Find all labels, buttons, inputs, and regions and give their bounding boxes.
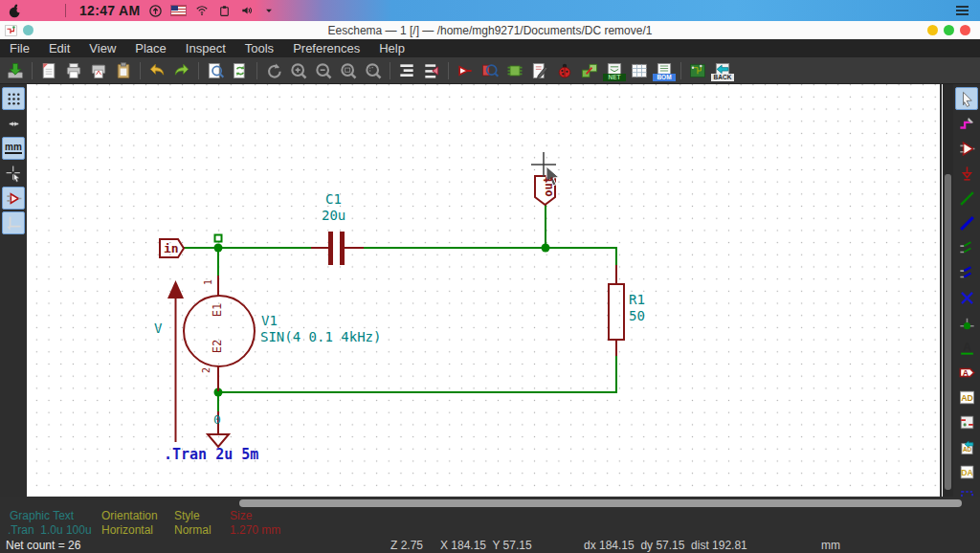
undo-button[interactable] [145,59,169,82]
net-label-out[interactable]: out [543,176,554,197]
graphic-text-tool-button[interactable] [955,460,978,483]
place-wire-tool-button[interactable] [955,187,978,210]
menu-view[interactable]: View [79,41,125,55]
redo-button[interactable] [169,59,194,82]
resistor-body [609,284,624,340]
leave-sheet-button[interactable] [419,59,444,82]
zoom-out-button[interactable] [311,59,336,82]
junction-tool-button[interactable] [955,311,978,334]
resistor-reference[interactable]: R1 [629,293,645,306]
schematic-canvas[interactable]: in out C1 20u V1 SIN(4 0.1 4kHz) E1 E2 1… [27,84,943,497]
horizontal-scrollbar-thumb[interactable] [239,499,962,507]
back-annotate-button[interactable]: BACK [710,59,735,82]
place-symbol-tool-button[interactable] [955,137,978,160]
source-value[interactable]: SIN(4 0.1 4kHz) [260,330,381,343]
menu-help[interactable]: Help [369,41,414,55]
hamburger-menu-icon[interactable] [956,6,969,15]
no-connect-tool-button[interactable] [955,286,978,309]
global-label-tool-button[interactable] [955,361,978,384]
zoom-fit-button[interactable] [336,59,361,82]
erc-button[interactable] [552,59,577,82]
vertical-scrollbar[interactable] [943,84,953,497]
run-pcbnew-button[interactable] [685,59,710,82]
net-label-in[interactable]: in [164,242,179,254]
plot-button[interactable] [86,59,111,82]
style-value: Normal [174,523,212,537]
import-sheet-pin-tool-button[interactable] [955,435,978,458]
footprint-browser-button[interactable] [478,59,502,82]
net-label-tool-button[interactable] [955,336,978,359]
eeschema-window: 12:47 AM Eeschema — 1 [/] — /home/mgh927… [0,0,980,553]
apple-menu-icon[interactable] [7,3,23,19]
capacitor-plates[interactable] [167,232,345,299]
redraw-button[interactable] [261,59,286,82]
zoom-selection-button[interactable] [361,59,386,82]
net-count: Net count = 26 [6,539,80,552]
select-tool-button[interactable] [955,87,978,110]
menu-preferences[interactable]: Preferences [283,41,369,55]
source-body-e1: E1 [212,303,223,317]
bus-to-bus-entry-tool-button[interactable] [955,261,978,284]
clock[interactable]: 12:47 AM [79,3,140,18]
find-button[interactable] [203,59,228,82]
menu-edit[interactable]: Edit [39,41,79,55]
volume-icon[interactable] [239,4,255,17]
input-source-icon[interactable] [148,4,163,18]
place-bus-tool-button[interactable] [955,211,978,234]
minimize-button[interactable] [927,25,938,35]
paste-button[interactable] [111,59,136,82]
component-graphics[interactable] [160,176,624,447]
keyboard-layout-flag-icon[interactable] [171,6,186,15]
orientation-label: Orientation [101,509,158,522]
menu-bar: File Edit View Place Inspect Tools Prefe… [0,39,980,57]
generate-bom-button[interactable]: BOM [652,59,677,82]
left-toolbar: mm [0,84,27,497]
menu-inspect[interactable]: Inspect [176,41,235,55]
clipboard-icon[interactable] [218,4,231,18]
units-mm-button[interactable]: mm [2,137,25,160]
navigate-forward-button[interactable] [453,59,478,82]
top-toolbar: NET BOM BACK [0,57,980,84]
zoom-in-button[interactable] [286,59,311,82]
bottom-bar: Graphic Text .Tran 1.0u 100u Orientation… [0,497,980,553]
symbol-table-button[interactable] [627,59,652,82]
workspace: mm [0,84,980,497]
assign-footprints-button[interactable] [577,59,602,82]
annotate-button[interactable] [502,59,527,82]
right-toolbar [953,84,980,497]
capacitor-reference[interactable]: C1 [325,192,342,206]
wires[interactable] [184,205,616,411]
find-replace-button[interactable] [228,59,253,82]
highlight-net-tool-button[interactable] [955,112,978,135]
save-button[interactable] [3,59,28,82]
print-button[interactable] [61,59,86,82]
generate-netlist-button[interactable]: NET [602,59,627,82]
wifi-icon[interactable] [194,4,210,17]
page-settings-button[interactable] [36,59,61,82]
menu-tools[interactable]: Tools [235,41,283,55]
window-titlebar[interactable]: Eeschema — 1 [/] — /home/mgh9271/Documen… [0,21,980,40]
wire-to-bus-entry-tool-button[interactable] [955,236,978,259]
spice-directive-text[interactable]: .Tran 2u 5m [164,448,258,462]
selection-text: .Tran 1.0u 100u [8,523,92,537]
cursor-shape-button[interactable] [2,162,25,185]
maximize-button[interactable] [944,25,954,35]
probe-label[interactable]: V [154,321,162,335]
menu-file[interactable]: File [0,41,39,55]
hierarchical-sheet-tool-button[interactable] [955,410,978,433]
units-inch-button[interactable] [2,112,25,135]
chevron-down-icon[interactable] [263,6,275,15]
place-power-tool-button[interactable] [955,162,978,185]
close-button[interactable] [960,25,970,35]
hierarchy-navigator-button[interactable] [394,59,419,82]
hv-wires-button[interactable] [2,211,25,234]
hidden-pins-button[interactable] [2,187,25,210]
hierarchical-label-tool-button[interactable] [955,386,978,409]
vertical-scrollbar-thumb[interactable] [945,174,951,490]
capacitor-value[interactable]: 20u [322,209,345,222]
resistor-value[interactable]: 50 [629,309,645,322]
edit-symbol-fields-button[interactable] [527,59,552,82]
menu-place[interactable]: Place [125,41,176,55]
source-reference[interactable]: V1 [261,314,278,327]
grid-toggle-button[interactable] [2,87,25,110]
